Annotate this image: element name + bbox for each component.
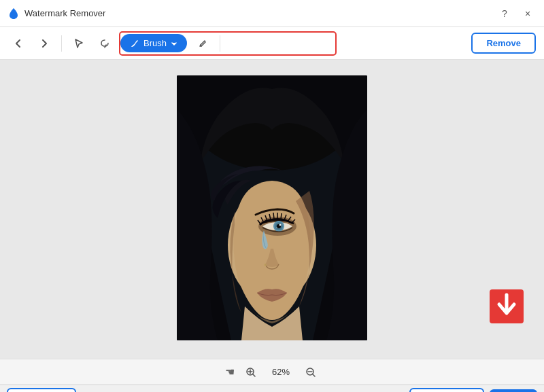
svg-line-27	[313, 374, 316, 376]
save-button[interactable]: Save	[490, 389, 537, 392]
brush-tool-button[interactable]: Brush	[120, 34, 187, 52]
main-image	[177, 75, 367, 340]
svg-point-20	[264, 264, 267, 266]
back-button[interactable]	[8, 33, 29, 54]
arrow-tool-button[interactable]	[69, 33, 89, 54]
hand-tool-icon[interactable]: ☚	[225, 366, 235, 378]
canvas-area	[0, 60, 544, 359]
image-container	[177, 75, 367, 343]
logo-icon	[7, 7, 20, 20]
red-arrow-indicator	[490, 289, 524, 326]
zoom-level: 62%	[267, 367, 294, 377]
bottom-bar: New Image Crop & Save Save	[0, 385, 544, 392]
app-logo: Watermark Remover	[7, 7, 105, 20]
toolbar-divider-2	[220, 35, 220, 52]
svg-line-16	[281, 213, 282, 219]
app-title: Watermark Remover	[24, 8, 105, 18]
remove-button[interactable]: Remove	[471, 33, 536, 54]
erase-tool-button[interactable]	[192, 33, 213, 54]
svg-point-8	[279, 224, 282, 226]
toolbar: Brush Remove	[0, 27, 544, 60]
crop-save-button[interactable]: Crop & Save	[409, 388, 484, 392]
svg-point-9	[276, 227, 277, 228]
zoom-in-button[interactable]	[243, 364, 259, 380]
title-bar: Watermark Remover ? ×	[0, 0, 544, 27]
zoom-out-button[interactable]	[303, 364, 319, 380]
title-bar-controls: ? ×	[495, 4, 537, 23]
zoom-bar: ☚ 62%	[0, 359, 544, 385]
new-image-button[interactable]: New Image	[7, 388, 76, 392]
svg-line-23	[253, 374, 256, 376]
close-button[interactable]: ×	[518, 4, 537, 23]
help-button[interactable]: ?	[495, 4, 514, 23]
svg-line-14	[273, 213, 274, 219]
toolbar-divider-1	[61, 35, 62, 52]
lasso-tool-button[interactable]	[95, 33, 115, 54]
brush-label: Brush	[143, 38, 167, 48]
forward-button[interactable]	[34, 33, 54, 54]
